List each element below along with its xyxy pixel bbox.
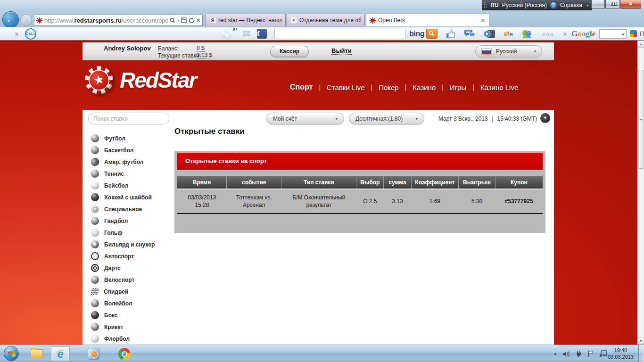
back-button[interactable]: ←	[2, 11, 19, 28]
search-icon[interactable]	[170, 17, 175, 23]
bing-search-button[interactable]	[426, 29, 438, 39]
sidebar-item-basketball[interactable]: Баскетбол	[91, 144, 171, 156]
sidebar-item-volleyball[interactable]: Волейбол	[91, 297, 171, 309]
sidebar-item-special[interactable]: Специальное	[91, 203, 171, 215]
sidebar-item-tennis[interactable]: Теннис	[91, 168, 171, 180]
google-search-button[interactable]: Поиск ▾	[640, 31, 644, 37]
current-bets-value[interactable]: 3.13 $	[197, 52, 212, 59]
bing-search-input[interactable]	[274, 29, 405, 39]
taskbar-clock[interactable]: 19:40 03.03.2013	[608, 347, 634, 360]
network-icon[interactable]	[599, 350, 607, 357]
toolbar-close-icon[interactable]: x	[15, 30, 18, 37]
nav-item-live-bets[interactable]: Ставки Live	[327, 83, 364, 91]
sidebar-item-speedway[interactable]: Спидвей	[91, 286, 171, 297]
taskbar-chrome-button[interactable]	[115, 346, 134, 361]
weather-widget[interactable]: -8°	[220, 29, 236, 39]
site-language-dropdown[interactable]: Русский ▾	[475, 45, 542, 58]
collapse-header-button[interactable]: ▼	[540, 113, 550, 123]
taskbar-ie-button[interactable]: e	[51, 346, 70, 361]
handball-icon	[91, 217, 99, 225]
langbar-language[interactable]: Русский (Россия)	[502, 2, 547, 8]
action-center-flag-icon[interactable]	[587, 350, 594, 357]
redstar-logo[interactable]: ★ RedStar	[85, 66, 196, 94]
sidebar-item-football[interactable]: Футбол	[91, 132, 171, 144]
mail-icon[interactable]: ✉	[243, 28, 250, 39]
scroll-down-icon[interactable]: ▼	[638, 337, 644, 345]
nav-item-games[interactable]: Игры	[450, 83, 466, 91]
logout-link[interactable]: Выйти	[331, 47, 352, 55]
langbar-help[interactable]: Справка	[560, 2, 582, 8]
langbar-grip-icon[interactable]	[484, 2, 487, 8]
taskbar-media-player-button[interactable]	[84, 346, 103, 361]
chevron-down-icon[interactable]: ▼	[621, 33, 625, 37]
chat-bubbles-icon[interactable]	[464, 29, 475, 39]
refresh-icon[interactable]	[189, 17, 195, 24]
langbar-code[interactable]: RU	[490, 2, 498, 8]
forward-button[interactable]: →	[20, 14, 32, 26]
power-plug-icon[interactable]	[575, 350, 582, 357]
sidebar-item-motorsport[interactable]: Автоспорт	[91, 250, 171, 262]
address-dropdown-icon[interactable]: ▾	[177, 18, 179, 23]
balance-value[interactable]: 0 $	[197, 45, 205, 52]
sidebar-item-floorball[interactable]: Флорбол	[91, 333, 171, 345]
windows-logo-icon	[8, 351, 16, 357]
user-bar: Andrey Solopov Баланс: 0 $ Текущие ставк…	[83, 42, 554, 60]
restore-button[interactable]	[605, 0, 619, 9]
sidebar-item-darts[interactable]: Дартс	[91, 262, 171, 274]
tab-close-icon[interactable]: ✕	[480, 17, 486, 24]
sidebar-item-american-football[interactable]: Амер. футбол	[91, 156, 171, 168]
sidebar-item-handball[interactable]: Гандбол	[91, 215, 171, 227]
volume-icon[interactable]	[562, 351, 570, 357]
translate-icon[interactable]: ⇄я	[504, 29, 513, 38]
tab-forum-topic[interactable]: ♥ Отдельная тема для обсужде...	[287, 14, 365, 26]
sidebar-item-cricket[interactable]: Крикет	[91, 321, 171, 333]
scroll-up-icon[interactable]: ▲	[638, 41, 644, 48]
sidebar-item-label: Крикет	[104, 324, 123, 330]
account-dropdown[interactable]: Мой счёт ▾	[266, 113, 344, 124]
nav-item-live-casino[interactable]: Казино Live	[480, 83, 518, 91]
sidebar-item-label: Гольф	[104, 230, 123, 236]
scrollbar-grip-icon	[640, 118, 642, 122]
nav-item-casino[interactable]: Казино	[413, 83, 436, 91]
start-button[interactable]	[4, 346, 19, 361]
dell-icon[interactable]: DELL	[25, 28, 36, 40]
vertical-scrollbar[interactable]: ▲ ▼	[637, 41, 644, 345]
american-football-icon	[90, 156, 100, 167]
minimize-button[interactable]: –	[591, 0, 605, 9]
address-bar[interactable]: http://www.redstarsports.ru/useraccount/…	[34, 15, 203, 26]
google-search-input[interactable]: ▼	[599, 29, 627, 39]
cashier-button[interactable]: Кассир	[270, 46, 309, 57]
show-desktop-button[interactable]	[638, 345, 644, 362]
close-button[interactable]: ×	[620, 0, 641, 9]
bet-search-input[interactable]	[89, 113, 169, 124]
scrollbar-thumb[interactable]	[638, 70, 644, 169]
tab-open-bets[interactable]: Open Bets ✕	[366, 14, 489, 26]
sidebar-item-ice-hockey[interactable]: Хоккей с шайбой	[91, 191, 171, 203]
sidebar-item-baseball[interactable]: Бейсбол	[91, 180, 171, 191]
google-toolbar-close-icon[interactable]: x	[563, 30, 567, 37]
toolbar-overflow-dots[interactable]: ooo	[543, 31, 554, 37]
video-filmstrip-icon[interactable]	[483, 29, 495, 39]
nav-item-sport[interactable]: Спорт	[290, 83, 313, 91]
odds-format-dropdown[interactable]: Десятичная:(1.80) ▾	[349, 113, 424, 124]
table-row[interactable]: 03/03/2013 15:28 Тоттенхэм vs. Арсенал Б…	[177, 189, 543, 214]
stop-icon[interactable]: ×	[197, 17, 200, 24]
hidden-icons-icon[interactable]: ▲	[553, 352, 557, 356]
sidebar-item-cycling[interactable]: Велоспорт	[91, 274, 171, 286]
motorsport-icon	[91, 252, 99, 260]
sidebar-item-billiards-snooker[interactable]: Бильярд и снукер	[91, 239, 171, 250]
sidebar-item-golf[interactable]: Гольф	[91, 227, 171, 239]
compatibility-view-icon[interactable]	[181, 17, 187, 23]
like-thumbs-up-icon[interactable]	[446, 29, 456, 39]
language-bar[interactable]: RU Русский (Россия) ? Справка ▾	[482, 0, 592, 10]
url-text[interactable]: http://www.redstarsports.ru/useraccount/…	[44, 17, 168, 24]
tab-yandex-search[interactable]: Я red star — Яндекс: нашлось 8 ...	[206, 14, 286, 26]
help-icon[interactable]: ?	[550, 2, 557, 8]
nav-item-poker[interactable]: Покер	[379, 83, 399, 91]
sidebar-item-label: Теннис	[104, 171, 124, 177]
sidebar-item-boxing[interactable]: Бокс	[91, 309, 171, 321]
facebook-icon[interactable]: f	[257, 29, 267, 39]
taskbar-explorer-button[interactable]	[27, 346, 46, 361]
langbar-chevron-down-icon[interactable]: ▾	[586, 3, 588, 8]
messenger-people-icon[interactable]	[521, 29, 532, 39]
